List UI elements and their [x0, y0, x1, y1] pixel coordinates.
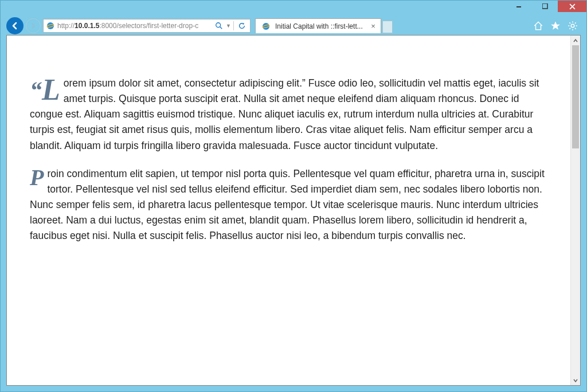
close-button[interactable]	[558, 1, 586, 12]
window-controls	[506, 1, 586, 12]
divider	[233, 21, 234, 30]
back-button[interactable]	[6, 17, 24, 34]
vertical-scrollbar[interactable]	[570, 36, 580, 385]
star-icon	[550, 21, 561, 31]
tab-active[interactable]: Initial Capital with ::first-lett... ×	[255, 18, 381, 33]
favorites-button[interactable]	[550, 20, 561, 32]
forward-button[interactable]	[26, 18, 41, 33]
dropdown-icon[interactable]: ▼	[226, 23, 231, 29]
search-icon	[215, 22, 223, 30]
toolbar-right	[533, 20, 583, 32]
new-tab-button[interactable]	[382, 21, 393, 33]
chevron-up-icon	[573, 38, 578, 44]
search-button[interactable]	[213, 20, 225, 32]
refresh-button[interactable]	[236, 20, 248, 32]
close-icon	[569, 3, 576, 10]
open-quote: “	[30, 78, 42, 102]
url-rest: :8000/selectors/first-letter-drop-c	[99, 22, 198, 30]
address-actions: ▼	[213, 20, 250, 32]
maximize-icon	[542, 3, 548, 9]
paragraph-1-body: orem ipsum dolor sit amet, consectetur a…	[30, 77, 539, 151]
scroll-down-button[interactable]	[571, 375, 580, 385]
url-host: 10.0.1.5	[75, 22, 99, 30]
svg-rect-0	[516, 6, 521, 7]
arrow-right-icon	[30, 22, 37, 29]
url-display[interactable]: http://10.0.1.5:8000/selectors/first-let…	[57, 22, 213, 30]
svg-line-5	[220, 27, 222, 29]
arrow-left-icon	[10, 21, 19, 30]
scroll-track[interactable]	[571, 45, 580, 375]
svg-point-8	[571, 24, 574, 28]
ie-icon	[46, 21, 55, 30]
paragraph-1: “Lorem ipsum dolor sit amet, consectetur…	[30, 76, 547, 154]
address-bar[interactable]: http://10.0.1.5:8000/selectors/first-let…	[43, 19, 251, 33]
browser-window: http://10.0.1.5:8000/selectors/first-let…	[0, 0, 587, 392]
tab-strip: Initial Capital with ::first-lett... ×	[255, 18, 393, 33]
content-area: “Lorem ipsum dolor sit amet, consectetur…	[6, 35, 581, 386]
url-prefix: http://	[57, 22, 75, 30]
minimize-button[interactable]	[506, 1, 532, 12]
tools-button[interactable]	[567, 20, 578, 32]
titlebar	[1, 1, 586, 17]
drop-cap-2: P	[30, 168, 44, 187]
minimize-icon	[516, 3, 522, 9]
svg-rect-1	[542, 3, 547, 9]
ie-icon	[261, 22, 271, 31]
chevron-down-icon	[573, 378, 578, 383]
refresh-icon	[238, 22, 246, 30]
scroll-up-button[interactable]	[571, 36, 580, 45]
svg-point-4	[216, 23, 221, 28]
gear-icon	[568, 21, 578, 31]
home-icon	[533, 21, 543, 31]
maximize-button[interactable]	[532, 1, 558, 12]
paragraph-2-body: roin condimentum elit sapien, ut tempor …	[30, 168, 545, 242]
toolbar: http://10.0.1.5:8000/selectors/first-let…	[1, 17, 586, 35]
home-button[interactable]	[533, 20, 544, 32]
paragraph-2: Proin condimentum elit sapien, ut tempor…	[30, 166, 547, 244]
scroll-thumb[interactable]	[572, 45, 579, 148]
tab-title: Initial Capital with ::first-lett...	[275, 22, 367, 30]
drop-cap-1: L	[42, 78, 60, 102]
page-content: “Lorem ipsum dolor sit amet, consectetur…	[7, 36, 570, 385]
tab-close-button[interactable]: ×	[369, 22, 377, 30]
